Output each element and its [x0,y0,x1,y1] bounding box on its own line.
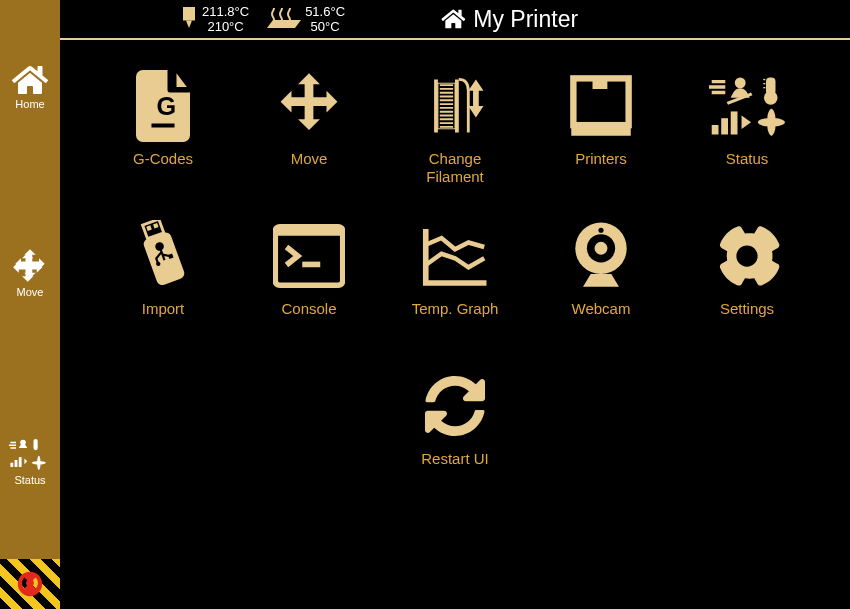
sidebar-status-label: Status [14,474,45,486]
svg-rect-18 [712,125,719,135]
graph-icon [419,223,491,289]
temp-readout: 211.8°C 210°C 51.6°C 50°C [180,4,345,34]
svg-rect-30 [275,227,343,236]
sidebar-item-home[interactable]: Home [0,60,60,114]
svg-rect-23 [146,225,152,231]
tile-import[interactable]: Import [90,214,236,364]
svg-rect-31 [302,262,320,268]
extruder-target: 210°C [207,19,243,34]
bed-target: 50°C [311,19,340,34]
tile-console[interactable]: Console [236,214,382,364]
tile-webcam[interactable]: Webcam [528,214,674,364]
tile-status[interactable]: Status [674,64,820,214]
svg-rect-24 [153,223,159,229]
tile-temp-graph[interactable]: Temp. Graph [382,214,528,364]
extruder-icon [180,7,198,31]
restart-icon [424,375,486,437]
gear-icon [713,222,781,290]
bed-actual: 51.6°C [305,4,345,19]
tile-move-label: Move [291,150,328,168]
tile-settings-label: Settings [720,300,774,318]
tile-temp-graph-label: Temp. Graph [412,300,499,318]
tile-gcodes[interactable]: G G-Codes [90,64,236,214]
emergency-stop-button[interactable] [0,559,60,609]
sidebar: Home Move Status [0,0,60,609]
tile-webcam-label: Webcam [572,300,631,318]
svg-rect-2 [15,460,18,467]
page-title: My Printer [441,6,578,33]
svg-point-35 [598,228,603,233]
home-icon [441,8,465,30]
bed-temp: 51.6°C 50°C [267,4,345,34]
svg-rect-8 [473,89,479,108]
sidebar-item-status[interactable]: Status [0,432,60,490]
tile-printers[interactable]: Printers [528,64,674,214]
tile-change-filament[interactable]: Change Filament [382,64,528,214]
svg-rect-11 [593,78,608,89]
tile-restart-ui[interactable]: Restart UI [382,364,528,514]
printer-icon [567,72,635,140]
title-text: My Printer [473,6,578,33]
svg-rect-5 [183,7,195,21]
heat-waves-icon [270,8,298,20]
menu-grid: G G-Codes Move Change Filament Printers [60,40,850,609]
bed-icon [267,20,301,30]
status-icon [709,74,785,138]
svg-rect-7 [438,83,455,129]
usb-icon [132,220,194,292]
filament-icon [417,70,493,142]
webcam-icon [570,220,632,292]
svg-rect-16 [763,83,765,84]
svg-rect-1 [10,463,13,467]
file-icon: G [134,70,192,142]
tile-status-label: Status [726,150,769,168]
tile-gcodes-label: G-Codes [133,150,193,168]
svg-point-12 [735,78,746,89]
svg-rect-20 [731,111,738,134]
svg-text:G: G [156,92,176,120]
header: 211.8°C 210°C 51.6°C 50°C My Printer [60,0,850,40]
svg-rect-15 [763,79,765,80]
main-area: 211.8°C 210°C 51.6°C 50°C My Printer [60,0,850,609]
tile-import-label: Import [142,300,185,318]
tile-console-label: Console [281,300,336,318]
console-icon [273,223,345,289]
move-icon [12,248,48,284]
sidebar-move-label: Move [17,286,44,298]
extruder-temp: 211.8°C 210°C [180,4,249,34]
emergency-icon [15,569,45,599]
tile-settings[interactable]: Settings [674,214,820,364]
tile-move[interactable]: Move [236,64,382,214]
svg-rect-10 [571,125,631,136]
tile-change-filament-label: Change Filament [426,150,484,186]
tile-restart-ui-label: Restart UI [421,450,489,468]
extruder-actual: 211.8°C [202,4,249,19]
svg-rect-3 [19,457,22,467]
svg-point-34 [595,242,608,255]
status-icon [9,436,51,472]
move-icon [274,71,344,141]
sidebar-home-label: Home [15,98,44,110]
sidebar-item-move[interactable]: Move [0,244,60,302]
svg-point-14 [764,91,778,105]
svg-rect-17 [763,87,765,88]
home-icon [12,64,48,96]
tile-printers-label: Printers [575,150,627,168]
svg-rect-19 [721,118,728,134]
